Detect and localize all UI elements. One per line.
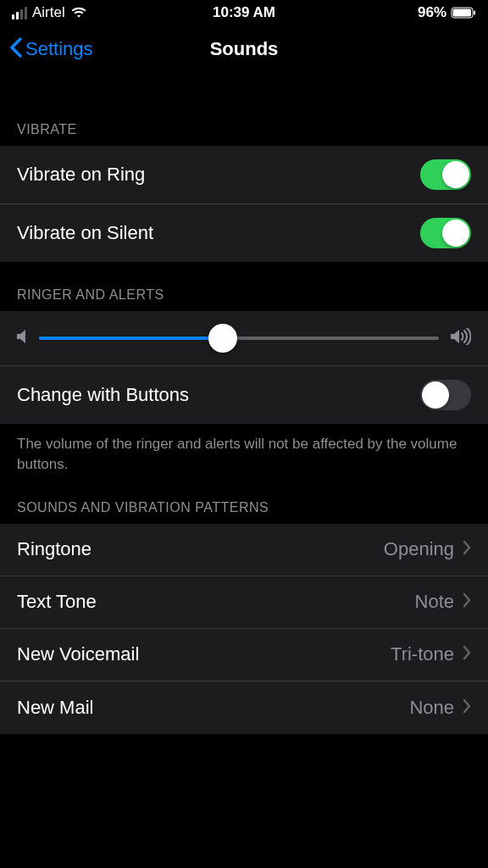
section-footer: The volume of the ringer and alerts will… bbox=[0, 424, 488, 485]
status-left: Airtel bbox=[12, 4, 87, 21]
volume-slider-cell bbox=[0, 311, 488, 366]
status-bar: Airtel 10:39 AM 96% bbox=[0, 0, 488, 25]
toggle-vibrate-silent[interactable] bbox=[420, 218, 471, 248]
speaker-low-icon bbox=[17, 329, 27, 348]
cell-ringtone[interactable]: Ringtone Opening bbox=[0, 524, 488, 576]
cell-label: New Mail bbox=[17, 697, 93, 719]
cell-label: Vibrate on Ring bbox=[17, 164, 145, 186]
status-time: 10:39 AM bbox=[213, 4, 275, 21]
cell-label: Vibrate on Silent bbox=[17, 222, 153, 244]
cell-label: New Voicemail bbox=[17, 643, 139, 665]
chevron-right-icon bbox=[463, 643, 471, 665]
cell-change-with-buttons[interactable]: Change with Buttons bbox=[0, 366, 488, 424]
cell-label: Ringtone bbox=[17, 538, 92, 560]
status-right: 96% bbox=[418, 4, 476, 21]
chevron-right-icon bbox=[463, 591, 471, 613]
section-header-ringer: RINGER AND ALERTS bbox=[0, 262, 488, 311]
speaker-high-icon bbox=[451, 328, 471, 348]
cell-value: None bbox=[409, 697, 454, 719]
cell-value: Opening bbox=[384, 538, 454, 560]
carrier-label: Airtel bbox=[32, 4, 65, 21]
cell-new-mail[interactable]: New Mail None bbox=[0, 682, 488, 734]
content: VIBRATE Vibrate on Ring Vibrate on Silen… bbox=[0, 73, 488, 734]
svg-rect-1 bbox=[453, 9, 472, 17]
battery-icon bbox=[451, 7, 476, 19]
toggle-vibrate-ring[interactable] bbox=[420, 159, 471, 190]
section-header-sounds: SOUNDS AND VIBRATION PATTERNS bbox=[0, 485, 488, 524]
back-label: Settings bbox=[25, 38, 93, 60]
svg-rect-2 bbox=[474, 11, 475, 15]
cell-vibrate-on-ring[interactable]: Vibrate on Ring bbox=[0, 146, 488, 204]
signal-icon bbox=[12, 7, 27, 19]
chevron-right-icon bbox=[463, 697, 471, 719]
cell-label: Change with Buttons bbox=[17, 384, 189, 406]
section-header-vibrate: VIBRATE bbox=[0, 73, 488, 146]
back-button[interactable]: Settings bbox=[8, 36, 93, 62]
chevron-left-icon bbox=[8, 36, 22, 62]
cell-value: Tri-tone bbox=[391, 643, 454, 665]
toggle-change-buttons[interactable] bbox=[420, 380, 471, 410]
battery-percent: 96% bbox=[418, 4, 446, 21]
wifi-icon bbox=[70, 7, 87, 19]
nav-bar: Settings Sounds bbox=[0, 25, 488, 73]
cell-text-tone[interactable]: Text Tone Note bbox=[0, 576, 488, 629]
cell-value: Note bbox=[415, 591, 454, 613]
cell-label: Text Tone bbox=[17, 591, 97, 613]
cell-vibrate-on-silent[interactable]: Vibrate on Silent bbox=[0, 204, 488, 262]
chevron-right-icon bbox=[463, 538, 471, 560]
cell-new-voicemail[interactable]: New Voicemail Tri-tone bbox=[0, 629, 488, 682]
slider-thumb[interactable] bbox=[208, 324, 237, 353]
volume-slider[interactable] bbox=[39, 337, 439, 340]
page-title: Sounds bbox=[210, 38, 279, 60]
